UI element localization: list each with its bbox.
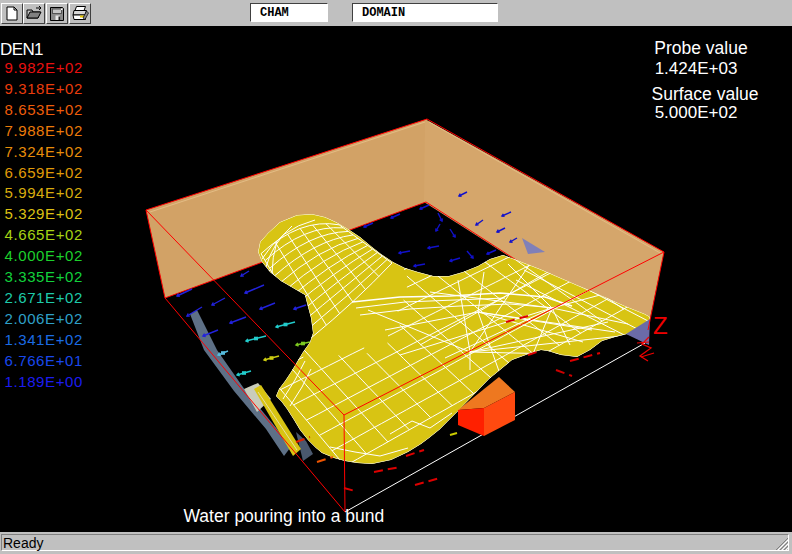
svg-text:4.665E+02: 4.665E+02 xyxy=(5,226,83,243)
svg-text:5.000E+02: 5.000E+02 xyxy=(655,103,738,122)
svg-text:5.994E+02: 5.994E+02 xyxy=(5,184,83,201)
svg-text:Z: Z xyxy=(653,312,668,339)
svg-text:Water pouring into a bund: Water pouring into a bund xyxy=(184,506,385,526)
svg-text:1.189E+00: 1.189E+00 xyxy=(5,373,83,390)
svg-text:1.341E+02: 1.341E+02 xyxy=(5,331,83,348)
svg-text:8.653E+02: 8.653E+02 xyxy=(5,101,83,118)
svg-text:5.329E+02: 5.329E+02 xyxy=(5,205,83,222)
svg-text:6.659E+02: 6.659E+02 xyxy=(5,164,83,181)
svg-text:3.335E+02: 3.335E+02 xyxy=(5,268,83,285)
svg-text:Probe value: Probe value xyxy=(654,38,747,58)
svg-text:7.324E+02: 7.324E+02 xyxy=(5,143,83,160)
svg-text:2.006E+02: 2.006E+02 xyxy=(5,310,83,327)
svg-text:DEN1: DEN1 xyxy=(0,40,43,59)
svg-text:Surface value: Surface value xyxy=(651,84,758,104)
svg-text:1.424E+03: 1.424E+03 xyxy=(655,59,738,78)
svg-text:9.318E+02: 9.318E+02 xyxy=(5,80,83,97)
svg-text:9.982E+02: 9.982E+02 xyxy=(5,59,83,76)
svg-text:4.000E+02: 4.000E+02 xyxy=(5,247,83,264)
svg-text:2.671E+02: 2.671E+02 xyxy=(5,289,83,306)
svg-text:7.988E+02: 7.988E+02 xyxy=(5,122,83,139)
svg-text:6.766E+01: 6.766E+01 xyxy=(5,352,83,369)
